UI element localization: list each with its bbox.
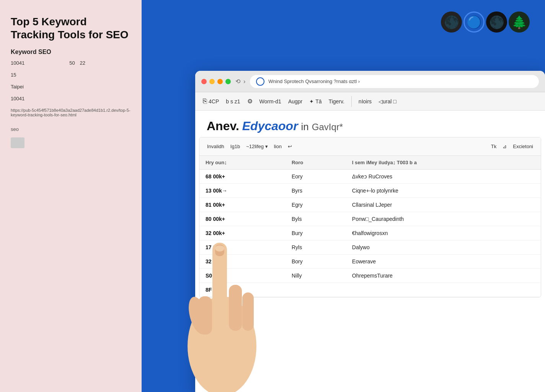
ta-icon: ✦ bbox=[309, 98, 314, 105]
toolbar-item-worm[interactable]: Worm-d1 bbox=[259, 98, 281, 105]
table-toolbar-excietoni[interactable]: Excietoni bbox=[513, 144, 533, 149]
table-toolbar-12lifeg[interactable]: ~12lifeg ▾ bbox=[246, 144, 268, 149]
page-header: Anev. Edycaoor in GavIqr* bbox=[195, 111, 545, 137]
cell-col3: Ponw□_Caurapedinth bbox=[346, 212, 541, 226]
cell-col2: Bory bbox=[286, 255, 346, 269]
cell-col1: 32 00k+ bbox=[199, 255, 286, 269]
browser-icon-2: 🔵 bbox=[463, 11, 485, 33]
meta-label: Keyword SEO bbox=[11, 49, 131, 56]
browser-toolbar: ⎘ 4CP b s z1 ⚙ Worm-d1 Augpr ✦ Tā Tigerv… bbox=[195, 92, 545, 111]
browser-nav: ⟲ › bbox=[235, 78, 245, 85]
traffic-light-yellow[interactable] bbox=[209, 79, 215, 84]
title-part3: in bbox=[301, 121, 309, 133]
cell-col1: S0 00k+ bbox=[199, 269, 286, 283]
nav-back[interactable]: ⟲ bbox=[235, 78, 240, 85]
page-header-title: Anev. Edycaoor in GavIqr* bbox=[207, 119, 534, 133]
table-row: S0 00k+NillyOhrepemsTurare bbox=[199, 269, 541, 283]
table-row: 80 00k+BylsPonw□_Caurapedinth bbox=[199, 212, 541, 226]
cell-col3: Eowerave bbox=[346, 255, 541, 269]
top-blue-area: 🌑 🔵 🌑 🌲 bbox=[142, 0, 545, 71]
cell-col2: Egry bbox=[286, 198, 346, 212]
address-bar[interactable]: Wnind Sprotech Qvsarroning ?rnats αztl › bbox=[250, 75, 539, 88]
settings-icon: ⚙ bbox=[247, 98, 253, 105]
table-toolbar-lion[interactable]: lion bbox=[274, 144, 282, 149]
table-row: 13 00k→ByrsCiqne+-lo ptolynrke bbox=[199, 184, 541, 198]
cell-col1: 32 00k+ bbox=[199, 226, 286, 240]
cell-col1: 68 00k+ bbox=[199, 170, 286, 184]
meta-line4: 10041 bbox=[11, 95, 131, 103]
cell-col1: 13 00k→ bbox=[199, 184, 286, 198]
toolbar-item-ta[interactable]: ✦ Tā bbox=[309, 98, 321, 105]
cell-col3: Dalywo bbox=[346, 240, 541, 255]
toolbar-item-1[interactable]: ⎘ 4CP bbox=[203, 97, 219, 105]
toolbar-item-ural[interactable]: ◁ural □ bbox=[379, 98, 397, 105]
cell-col1: 81 00k+ bbox=[199, 198, 286, 212]
left-sidebar: Top 5 Keyword Tracking Tools for SEO Key… bbox=[0, 0, 142, 392]
right-panel: 🌑 🔵 🌑 🌲 ⟲ › Wnind Sprotech Qvsarroning ?… bbox=[142, 0, 545, 392]
cell-col3: Ciqne+-lo ptolynrke bbox=[346, 184, 541, 198]
browser-window: ⟲ › Wnind Sprotech Qvsarroning ?rnats αz… bbox=[195, 71, 545, 392]
table-row: 81 00k+EgryCllarsinal LJeper bbox=[199, 198, 541, 212]
table-toolbar-delta[interactable]: ⊿ bbox=[503, 144, 507, 149]
cell-col1: 8F 00k+ bbox=[199, 283, 286, 297]
cell-col3: Cllarsinal LJeper bbox=[346, 198, 541, 212]
address-icon bbox=[256, 77, 264, 86]
main-table: Hry oun↨ Roro I sem iMey iludya↨ T003 b … bbox=[199, 156, 541, 297]
cell-col2: Nilly bbox=[286, 269, 346, 283]
meta-line2: 15 bbox=[11, 71, 131, 79]
address-text: Wnind Sprotech Qvsarroning ?rnats αztl › bbox=[268, 78, 533, 84]
table-toolbar-ig1b[interactable]: Ig1b bbox=[230, 144, 240, 149]
cell-col3: Δvkeɔ RuCroves bbox=[346, 170, 541, 184]
table-row: 32 00k+Bury€halfowigrosxn bbox=[199, 226, 541, 240]
cell-col1: 80 00k+ bbox=[199, 212, 286, 226]
table-toolbar: Invalidh Ig1b ~12lifeg ▾ lion ↩︎ Tk ⊿ Ex… bbox=[199, 137, 541, 156]
col-header-3: I sem iMey iludya↨ T003 b a bbox=[346, 156, 541, 170]
cell-col3: OhrepemsTurare bbox=[346, 269, 541, 283]
title-part1: Anev. bbox=[207, 119, 239, 133]
toolbar-icon-1: ⎘ bbox=[203, 97, 207, 105]
toolbar-item-2[interactable]: b s z1 bbox=[226, 98, 240, 105]
tag-seo: seo bbox=[11, 126, 131, 132]
toolbar-item-tiger[interactable]: Tigerv. bbox=[329, 98, 344, 105]
cell-col2: Byrs bbox=[286, 184, 346, 198]
meta-url: https://pub-5c454f571b8e40a3a2aad27ade84… bbox=[11, 108, 131, 117]
cell-col2: Byls bbox=[286, 212, 346, 226]
table-row: 32 00k+BoryEowerave bbox=[199, 255, 541, 269]
table-container: Invalidh Ig1b ~12lifeg ▾ lion ↩︎ Tk ⊿ Ex… bbox=[199, 137, 541, 297]
table-row: 68 00k+EoryΔvkeɔ RuCroves bbox=[199, 170, 541, 184]
title-part4: GavIqr* bbox=[312, 122, 343, 132]
cell-col2 bbox=[286, 283, 346, 297]
cell-col3: €halfowigrosxn bbox=[346, 226, 541, 240]
divider bbox=[351, 96, 352, 107]
toolbar-item-3[interactable]: ⚙ bbox=[247, 98, 253, 105]
cell-col1: 17 004+ bbox=[199, 240, 286, 255]
meta-line1: 10041 50 22 bbox=[11, 59, 131, 67]
traffic-light-orange[interactable] bbox=[217, 79, 223, 84]
traffic-lights bbox=[201, 79, 231, 84]
traffic-light-red[interactable] bbox=[201, 79, 207, 84]
nav-forward[interactable]: › bbox=[243, 78, 245, 85]
browser-chrome: ⟲ › Wnind Sprotech Qvsarroning ?rnats αz… bbox=[195, 71, 545, 92]
col-header-1: Hry oun↨ bbox=[199, 156, 286, 170]
browser-icon-3: 🌑 bbox=[486, 11, 507, 33]
toolbar-item-nloirs[interactable]: nIoirs bbox=[359, 98, 372, 105]
toolbar-item-augpr[interactable]: Augpr bbox=[288, 98, 302, 105]
cell-col3 bbox=[346, 283, 541, 297]
table-row: 8F 00k+ bbox=[199, 283, 541, 297]
table-header-row: Hry oun↨ Roro I sem iMey iludya↨ T003 b … bbox=[199, 156, 541, 170]
table-row: 17 004+RylsDalywo bbox=[199, 240, 541, 255]
table-toolbar-arrow[interactable]: ↩︎ bbox=[288, 144, 292, 149]
browser-content: Anev. Edycaoor in GavIqr* Invalidh Ig1b … bbox=[195, 111, 545, 297]
table-toolbar-tk[interactable]: Tk bbox=[491, 144, 496, 149]
browser-icon-4: 🌲 bbox=[509, 11, 530, 33]
page-title: Top 5 Keyword Tracking Tools for SEO bbox=[11, 15, 131, 41]
cell-col2: Bury bbox=[286, 226, 346, 240]
traffic-light-green[interactable] bbox=[225, 79, 231, 84]
browser-icon-1: 🌑 bbox=[441, 11, 462, 33]
browser-icons: 🌑 🔵 🌑 🌲 bbox=[441, 11, 530, 33]
col-header-2: Roro bbox=[286, 156, 346, 170]
cell-col2: Ryls bbox=[286, 240, 346, 255]
table-toolbar-invalidh[interactable]: Invalidh bbox=[207, 144, 224, 149]
icon-box bbox=[11, 137, 24, 148]
cell-col2: Eory bbox=[286, 170, 346, 184]
